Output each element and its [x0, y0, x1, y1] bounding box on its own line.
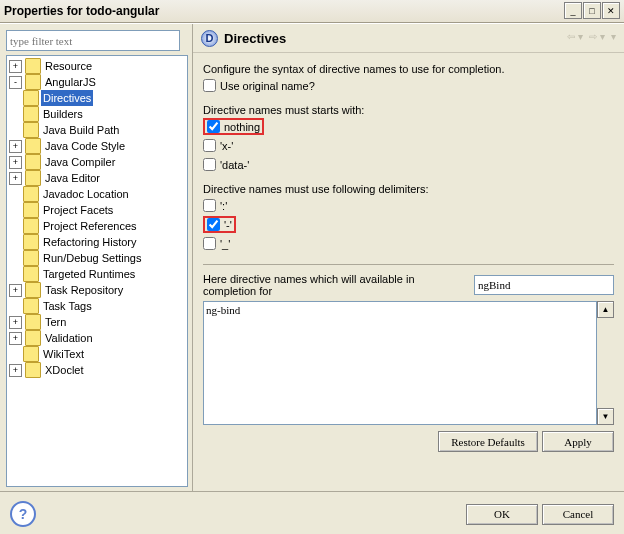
starts-with-checkbox-1[interactable]: [203, 139, 216, 152]
minimize-button[interactable]: _: [564, 2, 582, 19]
tree-spacer: [9, 221, 20, 232]
tree-item-task-tags[interactable]: Task Tags: [7, 298, 187, 314]
delimiter-checkbox-2[interactable]: [203, 237, 216, 250]
expand-icon[interactable]: +: [9, 332, 22, 345]
separator: [203, 264, 614, 265]
tree-spacer: [9, 349, 20, 360]
tree-item-angularjs[interactable]: -AngularJS: [7, 74, 187, 90]
tree-item-run-debug-settings[interactable]: Run/Debug Settings: [7, 250, 187, 266]
tree-item-project-references[interactable]: Project References: [7, 218, 187, 234]
tree-item-label: Java Compiler: [43, 154, 117, 170]
tree-item-label: Resource: [43, 58, 94, 74]
tree-item-builders[interactable]: Builders: [7, 106, 187, 122]
expand-icon[interactable]: +: [9, 284, 22, 297]
delimiter-option-2[interactable]: '_': [203, 235, 614, 252]
starts-with-label-1: 'x-': [220, 140, 233, 152]
tree-spacer: [9, 125, 20, 136]
tree-item-label: Task Repository: [43, 282, 125, 298]
ok-button[interactable]: OK: [466, 504, 538, 525]
scroll-down-icon[interactable]: ▼: [597, 408, 614, 425]
tree-spacer: [9, 301, 20, 312]
folder-icon: [25, 170, 41, 186]
expand-icon[interactable]: +: [9, 140, 22, 153]
use-original-input[interactable]: [203, 79, 216, 92]
expand-icon[interactable]: +: [9, 60, 22, 73]
delimiter-option-1[interactable]: '-': [203, 216, 614, 233]
tree-spacer: [9, 93, 20, 104]
tree-item-javadoc-location[interactable]: Javadoc Location: [7, 186, 187, 202]
expand-icon[interactable]: +: [9, 156, 22, 169]
folder-icon: [25, 154, 41, 170]
apply-button[interactable]: Apply: [542, 431, 614, 452]
page-content: Configure the syntax of directive names …: [193, 53, 624, 491]
delimiter-checkbox-1[interactable]: [207, 218, 220, 231]
tree-item-resource[interactable]: +Resource: [7, 58, 187, 74]
delimiter-option-0[interactable]: ':': [203, 197, 614, 214]
tree-item-label: Java Editor: [43, 170, 102, 186]
cancel-button[interactable]: Cancel: [542, 504, 614, 525]
use-original-checkbox[interactable]: Use original name?: [203, 77, 614, 94]
tree-item-label: Validation: [43, 330, 95, 346]
tree-item-java-code-style[interactable]: +Java Code Style: [7, 138, 187, 154]
header-nav: ⇦ ▾ ⇨ ▾ ▾: [567, 31, 616, 42]
use-original-label: Use original name?: [220, 80, 315, 92]
tree-item-java-build-path[interactable]: Java Build Path: [7, 122, 187, 138]
example-output[interactable]: [203, 301, 597, 425]
folder-icon: [25, 138, 41, 154]
nav-menu-icon[interactable]: ▾: [611, 31, 616, 42]
tree-item-label: Targeted Runtimes: [41, 266, 137, 282]
client-area: +Resource-AngularJSDirectivesBuildersJav…: [0, 23, 624, 491]
tree-spacer: [9, 253, 20, 264]
restore-defaults-button[interactable]: Restore Defaults: [438, 431, 538, 452]
tree-spacer: [9, 205, 20, 216]
tree-item-wikitext[interactable]: WikiText: [7, 346, 187, 362]
starts-with-option-0[interactable]: nothing: [203, 118, 614, 135]
starts-with-option-2[interactable]: 'data-': [203, 156, 614, 173]
expand-icon[interactable]: +: [9, 172, 22, 185]
delimiters-label: Directive names must use following delim…: [203, 183, 614, 195]
tree-item-xdoclet[interactable]: +XDoclet: [7, 362, 187, 378]
close-button[interactable]: ✕: [602, 2, 620, 19]
maximize-button[interactable]: □: [583, 2, 601, 19]
page-title: Directives: [224, 31, 286, 46]
filter-input[interactable]: [6, 30, 180, 51]
tree-item-refactoring-history[interactable]: Refactoring History: [7, 234, 187, 250]
example-row: Here directive names which will availabl…: [203, 273, 614, 297]
dialog-footer: ? OK Cancel: [0, 491, 624, 534]
delimiter-checkbox-0[interactable]: [203, 199, 216, 212]
expand-icon[interactable]: +: [9, 316, 22, 329]
window-title: Properties for todo-angular: [4, 4, 159, 18]
intro-text: Configure the syntax of directive names …: [203, 63, 614, 75]
tree-item-targeted-runtimes[interactable]: Targeted Runtimes: [7, 266, 187, 282]
tree-item-label: Run/Debug Settings: [41, 250, 143, 266]
category-tree[interactable]: +Resource-AngularJSDirectivesBuildersJav…: [6, 55, 188, 487]
folder-icon: [25, 74, 41, 90]
example-input[interactable]: [474, 275, 614, 295]
folder-icon: [25, 282, 41, 298]
tree-spacer: [9, 269, 20, 280]
tree-item-label: Javadoc Location: [41, 186, 131, 202]
page-button-row: Restore Defaults Apply: [203, 431, 614, 452]
folder-icon: [23, 234, 39, 250]
starts-with-label-2: 'data-': [220, 159, 249, 171]
scroll-up-icon[interactable]: ▲: [597, 301, 614, 318]
starts-with-checkbox-2[interactable]: [203, 158, 216, 171]
tree-item-directives[interactable]: Directives: [7, 90, 187, 106]
help-icon[interactable]: ?: [10, 501, 36, 527]
delimiter-label-2: '_': [220, 238, 230, 250]
tree-item-tern[interactable]: +Tern: [7, 314, 187, 330]
tree-item-label: Builders: [41, 106, 85, 122]
tree-item-task-repository[interactable]: +Task Repository: [7, 282, 187, 298]
expand-icon[interactable]: +: [9, 364, 22, 377]
folder-icon: [25, 362, 41, 378]
left-pane: +Resource-AngularJSDirectivesBuildersJav…: [0, 24, 193, 491]
tree-item-java-editor[interactable]: +Java Editor: [7, 170, 187, 186]
starts-with-option-1[interactable]: 'x-': [203, 137, 614, 154]
tree-item-project-facets[interactable]: Project Facets: [7, 202, 187, 218]
nav-back-icon[interactable]: ⇦ ▾: [567, 31, 583, 42]
collapse-icon[interactable]: -: [9, 76, 22, 89]
tree-item-validation[interactable]: +Validation: [7, 330, 187, 346]
nav-fwd-icon[interactable]: ⇨ ▾: [589, 31, 605, 42]
starts-with-checkbox-0[interactable]: [207, 120, 220, 133]
tree-item-java-compiler[interactable]: +Java Compiler: [7, 154, 187, 170]
